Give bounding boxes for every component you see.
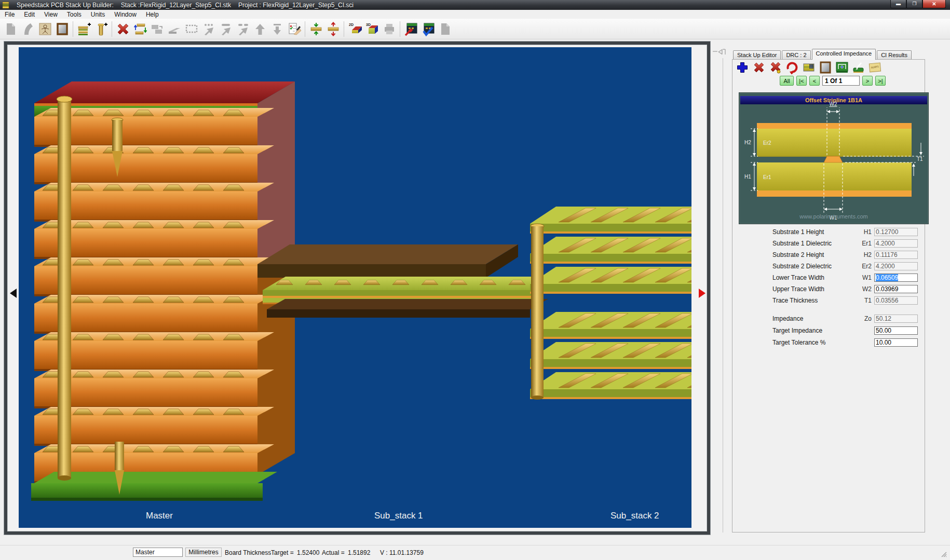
splitter[interactable]	[723, 58, 723, 532]
toolbar-separator	[305, 21, 305, 37]
tab-controlled-impedance[interactable]: Controlled Impedance	[812, 49, 876, 60]
sign-off-icon	[287, 22, 302, 36]
print-button[interactable]	[381, 20, 398, 38]
diagram-er2-label: Er2	[763, 140, 771, 146]
delete-all-structures-button[interactable]	[768, 60, 782, 74]
approve-stack-button[interactable]	[419, 20, 437, 38]
goal-seek-button[interactable]	[835, 60, 849, 74]
paste-sub-stack-button[interactable]	[166, 20, 183, 38]
menu-view[interactable]: View	[39, 10, 62, 19]
tab-stack-up-editor[interactable]: Stack Up Editor	[733, 50, 781, 60]
compress-core-button[interactable]	[307, 20, 324, 38]
mirror-structure-button[interactable]	[818, 60, 832, 74]
recalculate-button[interactable]	[785, 60, 799, 74]
mirror-stack-button[interactable]	[53, 20, 71, 38]
nav-first-button[interactable]: |<	[796, 76, 807, 86]
tab-ci-results[interactable]: CI Results	[877, 50, 912, 60]
add-layer-button[interactable]	[75, 20, 92, 38]
delete-item-button[interactable]	[114, 20, 131, 38]
structure-browser-button[interactable]	[802, 60, 816, 74]
pan-right-arrow-icon[interactable]	[699, 289, 705, 298]
wizard-icon	[21, 22, 35, 36]
nav-all-button[interactable]: All	[780, 76, 794, 86]
lower-trace-width-field[interactable]: 0.06509	[874, 274, 918, 282]
view-3d-button[interactable]: 3D	[363, 20, 381, 38]
menu-edit[interactable]: Edit	[19, 10, 39, 19]
add-layer-icon	[77, 22, 91, 36]
field-row-substrate1-height: Substrate 1 Height H1 0.12700	[772, 226, 918, 238]
shift-arrow-dots-icon	[201, 22, 216, 36]
structure-browser-icon	[803, 62, 815, 73]
resize-grip[interactable]	[941, 551, 947, 558]
target-tolerance-field[interactable]: 10.00	[874, 338, 918, 347]
menu-tools[interactable]: Tools	[62, 10, 86, 19]
splitter-collapse-button[interactable]	[712, 49, 726, 55]
app-icon	[2, 2, 9, 9]
sign-off-stack-button[interactable]	[286, 20, 303, 38]
print-icon	[382, 22, 397, 36]
new-stack-button[interactable]	[2, 20, 19, 38]
titlebar: Speedstack PCB Stack Up Builder: Stack :…	[0, 0, 950, 10]
target-impedance-field[interactable]: 50.00	[874, 326, 918, 335]
add-structure-icon	[736, 61, 749, 74]
menu-units[interactable]: Units	[86, 10, 110, 19]
shift-arrow-pads-icon	[236, 22, 250, 36]
delete-structure-icon	[753, 61, 765, 74]
board-thickness-label: Board Thickness	[225, 549, 271, 556]
toolbar-separator	[400, 21, 400, 37]
stack-wizard-button[interactable]	[19, 20, 36, 38]
nav-position-field[interactable]: 1 Of 1	[822, 76, 860, 86]
upper-trace-width-field[interactable]: 0.03969	[874, 285, 918, 293]
shift-sub-stack-2-button[interactable]	[217, 20, 234, 38]
close-button[interactable]: ✕	[922, 0, 946, 8]
tab-drc[interactable]: DRC : 2	[782, 50, 810, 60]
restore-button[interactable]: ❐	[906, 0, 922, 8]
field-row-substrate2-height: Substrate 2 Height H2 0.11176	[772, 249, 918, 261]
new-stack-icon	[4, 22, 18, 36]
stackup-canvas-frame: Master Sub_stack 1 Sub_stack 2	[4, 42, 710, 535]
nav-next-button[interactable]: >	[862, 76, 873, 86]
sweep-button[interactable]	[851, 60, 865, 74]
swap-layers-button[interactable]	[131, 20, 148, 38]
active-stack-selector[interactable]: Master	[133, 548, 183, 557]
units-indicator[interactable]: Millimetres	[185, 548, 222, 557]
menu-help[interactable]: Help	[141, 10, 164, 19]
field-row-lower-trace-width: Lower Trace Width W1 0.06509	[772, 272, 918, 283]
menu-window[interactable]: Window	[110, 10, 141, 19]
move-up-icon	[253, 22, 267, 36]
delete-structure-button[interactable]	[752, 60, 766, 74]
toolbar-separator	[73, 21, 73, 37]
copy-sub-stack-button[interactable]	[148, 20, 166, 38]
nav-last-button[interactable]: >|	[875, 76, 886, 86]
notes-button[interactable]: notes	[868, 60, 882, 74]
add-drill-button[interactable]	[92, 20, 110, 38]
view-3d-icon: 3D	[365, 22, 379, 36]
substrate2-dielectric-field: 4.2000	[874, 262, 918, 270]
delete-all-icon	[769, 61, 782, 74]
field-row-substrate1-dielectric: Substrate 1 Dielectric Er1 4.2000	[772, 238, 918, 249]
add-structure-button[interactable]	[735, 60, 749, 74]
pan-left-arrow-icon[interactable]	[10, 289, 17, 298]
notes-icon: notes	[868, 61, 882, 74]
move-layer-down-button[interactable]	[268, 20, 286, 38]
minimize-button[interactable]: ▬	[890, 0, 906, 8]
shift-sub-stack-1-button[interactable]	[200, 20, 217, 38]
master-label: Master	[146, 511, 173, 521]
report-button[interactable]	[437, 20, 454, 38]
toolbar-separator	[344, 21, 344, 37]
goto-stack-button[interactable]	[402, 20, 419, 38]
menu-file[interactable]: File	[0, 10, 19, 19]
version-label: V : 11.01.13759	[380, 549, 424, 556]
move-layer-up-button[interactable]	[251, 20, 268, 38]
select-region-button[interactable]	[183, 20, 200, 38]
technical-reference-button[interactable]	[36, 20, 53, 38]
substrate1-dielectric-field: 4.2000	[874, 239, 918, 248]
actual-value: 1.51892	[348, 549, 370, 556]
field-row-impedance: Impedance Zo 50.12	[772, 312, 918, 324]
view-2d-button[interactable]: 2D	[346, 20, 363, 38]
impedance-field: 50.12	[874, 315, 918, 323]
nav-prev-button[interactable]: <	[809, 76, 820, 86]
shift-sub-stack-3-button[interactable]	[234, 20, 251, 38]
expand-core-button[interactable]	[324, 20, 342, 38]
stackup-3d-view[interactable]: Master Sub_stack 1 Sub_stack 2	[19, 47, 691, 528]
